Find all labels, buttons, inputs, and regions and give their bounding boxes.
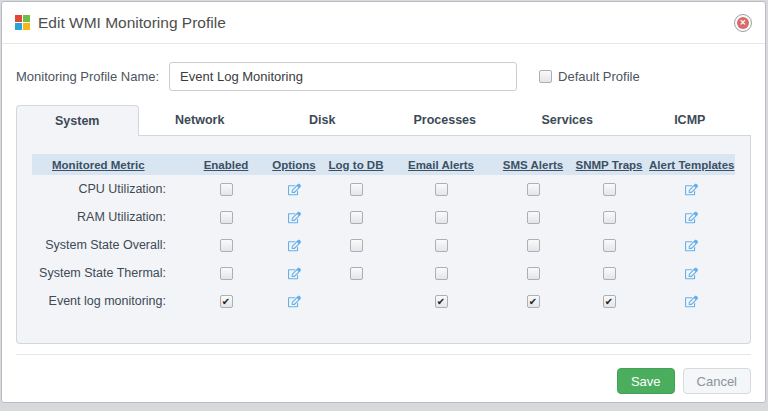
edit-icon[interactable] [685,183,698,196]
sms-alerts-checkbox[interactable] [527,239,540,252]
cell-snmp-traps: ✔ [569,295,649,308]
tab-network[interactable]: Network [139,105,262,136]
log-to-db-checkbox[interactable] [350,211,363,224]
cell-log-to-db [327,183,385,196]
cell-enabled: ✔ [191,295,261,308]
log-to-db-checkbox[interactable] [350,239,363,252]
cell-snmp-traps [569,239,649,252]
email-alerts-checkbox[interactable] [435,239,448,252]
log-to-db-checkbox[interactable] [350,267,363,280]
footer-divider [16,354,751,355]
email-alerts-checkbox[interactable] [435,183,448,196]
column-header-email-alerts[interactable]: Email Alerts [385,159,497,171]
cell-enabled [191,267,261,280]
cell-alert-templates [649,239,734,252]
tab-services[interactable]: Services [506,105,629,136]
edit-icon[interactable] [288,267,301,280]
default-profile-label: Default Profile [558,69,640,84]
edit-icon[interactable] [288,183,301,196]
column-header-options[interactable]: Options [261,159,327,171]
close-button[interactable]: ✕ [734,14,752,32]
snmp-traps-checkbox[interactable] [603,211,616,224]
tab-disk[interactable]: Disk [261,105,384,136]
cell-email-alerts [385,183,497,196]
edit-icon[interactable] [685,239,698,252]
table-row: System State Thermal: [32,259,735,287]
cell-alert-templates [649,267,734,280]
snmp-traps-checkbox[interactable] [603,183,616,196]
sms-alerts-checkbox[interactable] [527,183,540,196]
metric-label: System State Overall: [32,238,191,252]
default-profile-checkbox[interactable] [539,70,552,83]
cell-options [261,211,327,224]
cell-log-to-db [327,267,385,280]
table-row: CPU Utilization: [32,175,735,203]
column-header-monitored-metric[interactable]: Monitored Metric [32,159,191,171]
enabled-checkbox[interactable] [220,239,233,252]
cell-options [261,239,327,252]
tab-panel-system: Monitored MetricEnabledOptionsLog to DBE… [16,136,751,344]
cell-snmp-traps [569,183,649,196]
profile-name-label: Monitoring Profile Name: [16,69,159,84]
enabled-checkbox[interactable]: ✔ [220,295,233,308]
save-button[interactable]: Save [617,368,675,394]
edit-icon[interactable] [685,267,698,280]
sms-alerts-checkbox[interactable] [527,267,540,280]
cell-sms-alerts: ✔ [497,295,569,308]
column-header-sms-alerts[interactable]: SMS Alerts [497,159,569,171]
column-header-snmp-traps[interactable]: SNMP Traps [569,159,649,171]
profile-name-input[interactable] [169,62,517,91]
profile-name-row: Monitoring Profile Name: Default Profile [16,61,751,91]
metric-label: System State Thermal: [32,266,191,280]
cell-sms-alerts [497,267,569,280]
edit-icon[interactable] [288,295,301,308]
cell-alert-templates [649,211,734,224]
table-row: System State Overall: [32,231,735,259]
cell-email-alerts [385,211,497,224]
cell-options [261,183,327,196]
cell-enabled [191,183,261,196]
tab-system[interactable]: System [16,105,139,136]
email-alerts-checkbox[interactable] [435,211,448,224]
metric-label: CPU Utilization: [32,182,191,196]
tab-icmp[interactable]: ICMP [629,105,752,136]
windows-logo-icon [15,15,30,30]
dialog-title: Edit WMI Monitoring Profile [38,14,734,32]
sms-alerts-checkbox[interactable] [527,211,540,224]
cell-options [261,295,327,308]
edit-icon[interactable] [288,211,301,224]
table-row: RAM Utilization: [32,203,735,231]
snmp-traps-checkbox[interactable] [603,267,616,280]
cell-email-alerts [385,267,497,280]
table-header-row: Monitored MetricEnabledOptionsLog to DBE… [32,154,735,175]
footer-actions: Save Cancel [16,368,751,394]
close-icon: ✕ [737,17,749,29]
column-header-alert-templates[interactable]: Alert Templates [649,159,734,171]
cell-alert-templates [649,295,734,308]
cell-sms-alerts [497,211,569,224]
enabled-checkbox[interactable] [220,183,233,196]
enabled-checkbox[interactable] [220,267,233,280]
edit-icon[interactable] [685,295,698,308]
edit-icon[interactable] [685,211,698,224]
cancel-button[interactable]: Cancel [683,368,751,394]
column-header-log-to-db[interactable]: Log to DB [327,159,385,171]
email-alerts-checkbox[interactable] [435,267,448,280]
edit-icon[interactable] [288,239,301,252]
cell-log-to-db [327,239,385,252]
sms-alerts-checkbox[interactable]: ✔ [527,295,540,308]
cell-alert-templates [649,183,734,196]
cell-email-alerts [385,239,497,252]
snmp-traps-checkbox[interactable] [603,239,616,252]
cell-sms-alerts [497,183,569,196]
default-profile-option: Default Profile [539,69,640,84]
email-alerts-checkbox[interactable]: ✔ [435,295,448,308]
tab-processes[interactable]: Processes [384,105,507,136]
snmp-traps-checkbox[interactable]: ✔ [603,295,616,308]
cell-enabled [191,211,261,224]
column-header-enabled[interactable]: Enabled [191,159,261,171]
log-to-db-checkbox[interactable] [350,183,363,196]
cell-enabled [191,239,261,252]
enabled-checkbox[interactable] [220,211,233,224]
cell-snmp-traps [569,267,649,280]
